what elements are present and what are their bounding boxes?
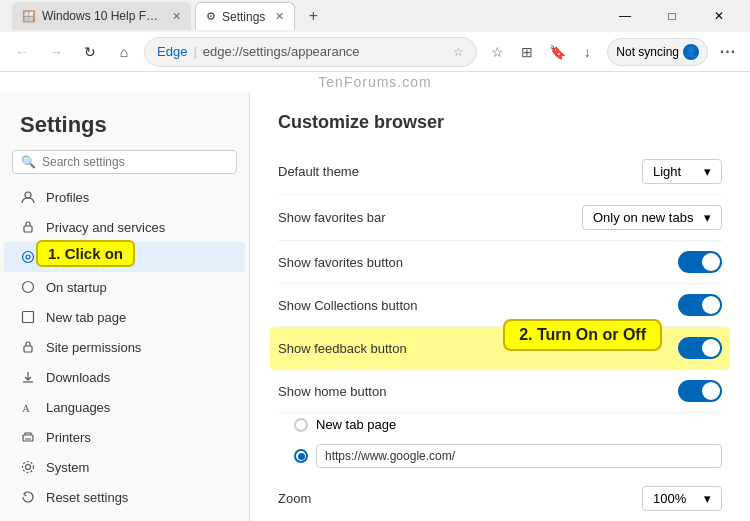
sidebar-item-languages[interactable]: A Languages [4, 392, 245, 422]
feedback-toggle[interactable] [678, 337, 722, 359]
address-separator: | [193, 44, 196, 59]
home-button[interactable]: ⌂ [110, 38, 138, 66]
setting-row-zoom: Zoom 100% ▾ [278, 476, 722, 521]
fav-bar-value: Only on new tabs [593, 210, 693, 225]
chevron-down-icon: ▾ [704, 164, 711, 179]
appearance-row: Appearance 1. Click on [0, 242, 249, 272]
tab-forums[interactable]: 🪟 Windows 10 Help Forums ✕ [12, 2, 191, 30]
edge-label: Edge [157, 44, 187, 59]
permissions-label: Site permissions [46, 340, 141, 355]
zoom-dropdown[interactable]: 100% ▾ [642, 486, 722, 511]
fav-bar-label: Show favorites bar [278, 210, 386, 225]
content-area: Customize browser Default theme Light ▾ … [250, 92, 750, 521]
sidebar: Settings 🔍 Profiles Privacy and services [0, 92, 250, 521]
forward-button[interactable]: → [42, 38, 70, 66]
fav-bar-chevron-icon: ▾ [704, 210, 711, 225]
fav-bar-dropdown[interactable]: Only on new tabs ▾ [582, 205, 722, 230]
annotation-step2: 2. Turn On or Off [503, 319, 662, 351]
setting-row-default-theme: Default theme Light ▾ [278, 149, 722, 195]
startup-label: On startup [46, 280, 107, 295]
not-syncing-label: Not syncing [616, 45, 679, 59]
more-button[interactable]: ··· [714, 38, 742, 66]
collections-icon[interactable]: ⊞ [513, 38, 541, 66]
fav-button-label: Show favorites button [278, 255, 403, 270]
home-toggle[interactable] [678, 380, 722, 402]
address-field[interactable]: Edge | edge://settings/appearance ☆ [144, 37, 477, 67]
minimize-button[interactable]: — [602, 0, 648, 32]
main-layout: Settings 🔍 Profiles Privacy and services [0, 92, 750, 521]
sidebar-item-downloads[interactable]: Downloads [4, 362, 245, 392]
refresh-button[interactable]: ↻ [76, 38, 104, 66]
new-tab-button[interactable]: + [299, 2, 327, 30]
profiles-icon [20, 189, 36, 205]
collections-toggle[interactable] [678, 294, 722, 316]
search-icon: 🔍 [21, 155, 36, 169]
svg-point-9 [26, 465, 31, 470]
watermark: TenForums.com [0, 72, 750, 92]
sidebar-item-printers[interactable]: Printers [4, 422, 245, 452]
home-url-input[interactable] [316, 444, 722, 468]
printers-label: Printers [46, 430, 91, 445]
appearance-icon [20, 249, 36, 265]
feedback-label: Show feedback button [278, 341, 407, 356]
tab-settings[interactable]: ⚙ Settings ✕ [195, 2, 295, 30]
url-radio-circle[interactable] [294, 449, 308, 463]
tab-group: 🪟 Windows 10 Help Forums ✕ ⚙ Settings ✕ … [12, 0, 327, 32]
url-radio-option[interactable] [294, 440, 722, 472]
svg-text:A: A [22, 402, 30, 414]
collections-label: Show Collections button [278, 298, 417, 313]
address-actions: ☆ ⊞ 🔖 ↓ [483, 38, 601, 66]
search-box[interactable]: 🔍 [12, 150, 237, 174]
sidebar-item-profiles[interactable]: Profiles [4, 182, 245, 212]
default-theme-value: Light [653, 164, 681, 179]
title-bar: 🪟 Windows 10 Help Forums ✕ ⚙ Settings ✕ … [0, 0, 750, 32]
sidebar-item-newtab[interactable]: New tab page [4, 302, 245, 332]
zoom-label: Zoom [278, 491, 311, 506]
sidebar-item-permissions[interactable]: Site permissions [4, 332, 245, 362]
default-theme-dropdown[interactable]: Light ▾ [642, 159, 722, 184]
back-button[interactable]: ← [8, 38, 36, 66]
sidebar-item-privacy[interactable]: Privacy and services [4, 212, 245, 242]
new-tab-radio-option[interactable]: New tab page [294, 413, 722, 436]
home-options: New tab page [278, 413, 722, 476]
default-theme-label: Default theme [278, 164, 359, 179]
system-icon [20, 459, 36, 475]
svg-point-10 [23, 462, 34, 473]
sidebar-item-phone[interactable]: Phone and other devices [4, 512, 245, 521]
section-title: Customize browser [278, 112, 722, 133]
zoom-chevron-icon: ▾ [704, 491, 711, 506]
setting-row-fav-button: Show favorites button [278, 241, 722, 284]
setting-row-home: Show home button [278, 370, 722, 413]
profile-button[interactable]: Not syncing 👤 [607, 38, 708, 66]
fav-button-toggle[interactable] [678, 251, 722, 273]
reset-label: Reset settings [46, 490, 128, 505]
svg-point-3 [26, 255, 30, 259]
sidebar-item-system[interactable]: System [4, 452, 245, 482]
feedback-row-wrapper: Show feedback button 2. Turn On or Off [278, 327, 722, 370]
reset-icon [20, 489, 36, 505]
svg-point-0 [25, 192, 31, 198]
downloads-label: Downloads [46, 370, 110, 385]
address-bar: ← → ↻ ⌂ Edge | edge://settings/appearanc… [0, 32, 750, 72]
search-input[interactable] [42, 155, 228, 169]
tab-settings-close[interactable]: ✕ [275, 10, 284, 23]
sidebar-item-startup[interactable]: On startup [4, 272, 245, 302]
favorites-icon[interactable]: ☆ [483, 38, 511, 66]
close-button[interactable]: ✕ [696, 0, 742, 32]
downloads-icon[interactable]: ↓ [573, 38, 601, 66]
profiles-label: Profiles [46, 190, 89, 205]
setting-row-fav-bar: Show favorites bar Only on new tabs ▾ [278, 195, 722, 241]
sidebar-item-reset[interactable]: Reset settings [4, 482, 245, 512]
svg-rect-8 [23, 435, 33, 441]
languages-label: Languages [46, 400, 110, 415]
hub-icon[interactable]: 🔖 [543, 38, 571, 66]
tab-forums-close[interactable]: ✕ [172, 10, 181, 23]
startup-icon [20, 279, 36, 295]
star-icon[interactable]: ☆ [453, 45, 464, 59]
permissions-icon [20, 339, 36, 355]
maximize-button[interactable]: □ [649, 0, 695, 32]
new-tab-radio-circle[interactable] [294, 418, 308, 432]
privacy-icon [20, 219, 36, 235]
downloads-icon-nav [20, 369, 36, 385]
svg-rect-5 [23, 312, 34, 323]
